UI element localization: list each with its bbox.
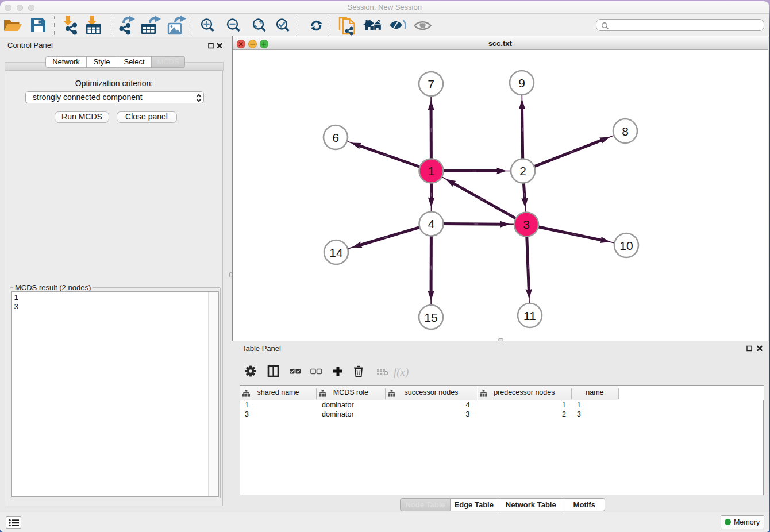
svg-text:6: 6 bbox=[332, 131, 339, 144]
svg-text:14: 14 bbox=[329, 246, 343, 259]
svg-text:4: 4 bbox=[428, 217, 435, 230]
svg-text:2: 2 bbox=[519, 164, 526, 178]
svg-text:1: 1 bbox=[428, 164, 435, 178]
svg-text:3: 3 bbox=[523, 218, 530, 231]
svg-text:15: 15 bbox=[424, 311, 437, 324]
svg-text:7: 7 bbox=[428, 78, 434, 91]
svg-text:9: 9 bbox=[518, 76, 525, 90]
svg-text:f(x): f(x) bbox=[394, 366, 409, 379]
svg-text:11: 11 bbox=[523, 309, 536, 322]
svg-text:8: 8 bbox=[622, 125, 629, 138]
svg-text:10: 10 bbox=[619, 239, 633, 252]
